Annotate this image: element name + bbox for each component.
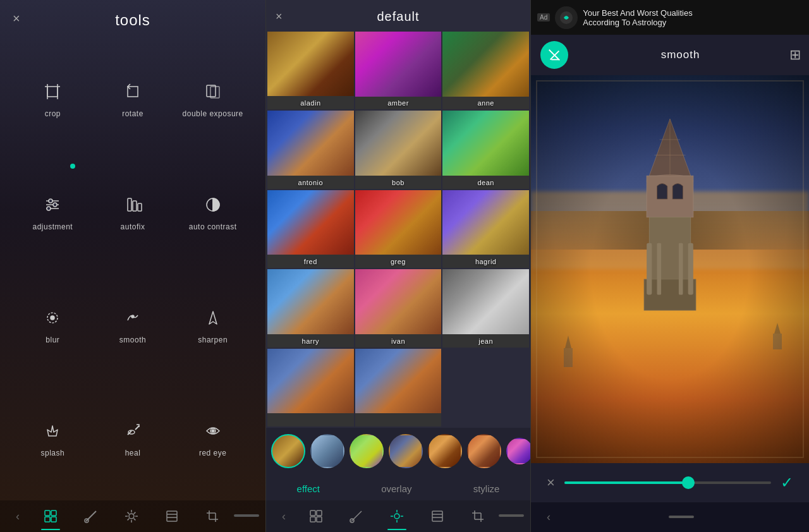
erase-button[interactable] [540, 41, 568, 69]
preview-image [531, 75, 809, 463]
filter-ivan[interactable]: ivan [355, 269, 442, 347]
middle-nav-pages[interactable] [423, 505, 451, 527]
svg-rect-25 [51, 511, 56, 516]
tool-double-exposure[interactable]: double exposure [173, 42, 253, 155]
tool-adjustment-label: adjustment [32, 222, 73, 231]
tool-crop-label: crop [45, 109, 61, 118]
nav-effects[interactable] [118, 505, 145, 527]
auto-contrast-icon [200, 192, 226, 217]
ad-label: Ad [537, 13, 550, 21]
filter-close-button[interactable]: × [276, 10, 283, 23]
filter-dean[interactable]: dean [442, 111, 529, 188]
split-view-button[interactable]: ⊞ [789, 47, 800, 63]
svg-point-20 [131, 315, 134, 318]
svg-point-11 [53, 203, 57, 207]
svg-point-23 [212, 430, 214, 432]
tower-image [531, 75, 809, 463]
tool-red-eye[interactable]: red eye [173, 381, 253, 494]
strip-thumb-3[interactable] [350, 434, 384, 468]
ad-banner[interactable]: Ad Your Best And Worst Qualities Accordi… [531, 0, 809, 35]
crop-icon [40, 79, 65, 104]
filter-harry[interactable]: harry [267, 269, 354, 347]
filter-jean[interactable]: jean [442, 269, 529, 347]
filter-title: default [377, 9, 419, 24]
filter-hagrid[interactable]: hagrid [442, 190, 529, 268]
filter-fred[interactable]: fred [267, 190, 354, 268]
strip-thumb-1[interactable] [271, 434, 305, 468]
svg-rect-38 [317, 511, 322, 516]
svg-rect-0 [47, 87, 58, 97]
tool-auto-contrast[interactable]: auto contrast [173, 155, 253, 268]
left-back-arrow[interactable]: ‹ [6, 507, 29, 526]
tools-grid: crop rotate double exposure adjustment [0, 35, 265, 500]
middle-back-arrow[interactable]: ‹ [272, 507, 295, 526]
svg-rect-40 [317, 517, 322, 522]
tool-autofix-label: autofix [121, 222, 145, 231]
middle-nav-crop[interactable] [464, 505, 492, 527]
tool-heal[interactable]: heal [93, 381, 173, 494]
tool-rotate[interactable]: rotate [93, 42, 173, 155]
adjustment-icon [40, 192, 65, 217]
tool-auto-contrast-label: auto contrast [189, 222, 237, 231]
tool-sharpen[interactable]: sharpen [173, 268, 253, 381]
filter-partial1[interactable] [267, 349, 354, 426]
nav-crop-bottom[interactable] [198, 505, 226, 527]
middle-nav-effects[interactable] [383, 505, 411, 527]
tool-blur[interactable]: blur [13, 268, 93, 381]
active-indicator [41, 529, 60, 530]
strip-thumb-6[interactable] [467, 434, 501, 468]
svg-rect-30 [167, 511, 177, 521]
tool-autofix[interactable]: autofix [93, 155, 173, 268]
tool-smooth-label: smooth [119, 336, 146, 344]
tool-smooth[interactable]: smooth [93, 268, 173, 381]
svg-rect-27 [51, 517, 56, 522]
nav-pages[interactable] [158, 505, 186, 527]
svg-rect-37 [310, 511, 315, 516]
filter-bob[interactable]: bob [355, 111, 442, 188]
panel-handle [234, 514, 259, 517]
tool-crop[interactable]: crop [13, 42, 93, 155]
tool-splash-label: splash [40, 449, 64, 457]
middle-nav-brush[interactable] [343, 505, 370, 527]
confirm-button[interactable]: ✓ [777, 471, 796, 495]
filter-amber[interactable]: amber [355, 32, 442, 109]
tool-splash[interactable]: splash [13, 381, 93, 494]
tool-double-exposure-label: double exposure [183, 109, 243, 118]
nav-brush[interactable] [77, 505, 105, 527]
right-panel-handle [669, 516, 694, 518]
middle-panel-handle [499, 514, 524, 517]
cancel-button[interactable]: × [544, 471, 558, 494]
svg-point-42 [394, 514, 399, 519]
svg-rect-26 [45, 517, 50, 522]
svg-rect-15 [138, 203, 142, 211]
filter-greg[interactable]: greg [355, 190, 442, 268]
svg-rect-39 [310, 517, 315, 522]
close-button[interactable]: × [13, 11, 20, 26]
nav-tools[interactable] [37, 505, 64, 527]
filter-header: × default [266, 0, 530, 30]
strip-thumb-5[interactable] [428, 434, 462, 468]
tab-overlay[interactable]: overlay [375, 482, 418, 495]
svg-point-29 [129, 514, 134, 519]
slider-thumb[interactable] [682, 476, 695, 489]
tool-adjustment[interactable]: adjustment [13, 155, 93, 268]
tool-red-eye-label: red eye [199, 449, 227, 457]
intensity-slider[interactable] [564, 481, 771, 484]
tool-rotate-label: rotate [122, 109, 143, 118]
tool-blur-label: blur [46, 336, 59, 344]
smooth-icon [120, 305, 145, 330]
filter-antonio[interactable]: antonio [267, 111, 354, 188]
middle-nav-tools[interactable] [302, 505, 330, 527]
strip-thumb-2[interactable] [310, 434, 344, 468]
filter-partial2[interactable] [355, 349, 442, 426]
strip-thumb-7[interactable] [506, 438, 530, 464]
filter-anne[interactable]: anne [442, 32, 529, 109]
filter-aladin[interactable]: aladin [267, 32, 354, 109]
tab-effect[interactable]: effect [291, 482, 326, 495]
ad-logo [555, 6, 578, 29]
right-back-arrow[interactable]: ‹ [537, 507, 560, 527]
strip-thumb-4[interactable] [389, 434, 423, 468]
right-bottom-bar: ‹ [531, 502, 809, 532]
filter-strip [266, 428, 530, 475]
tab-stylize[interactable]: stylize [467, 482, 506, 495]
